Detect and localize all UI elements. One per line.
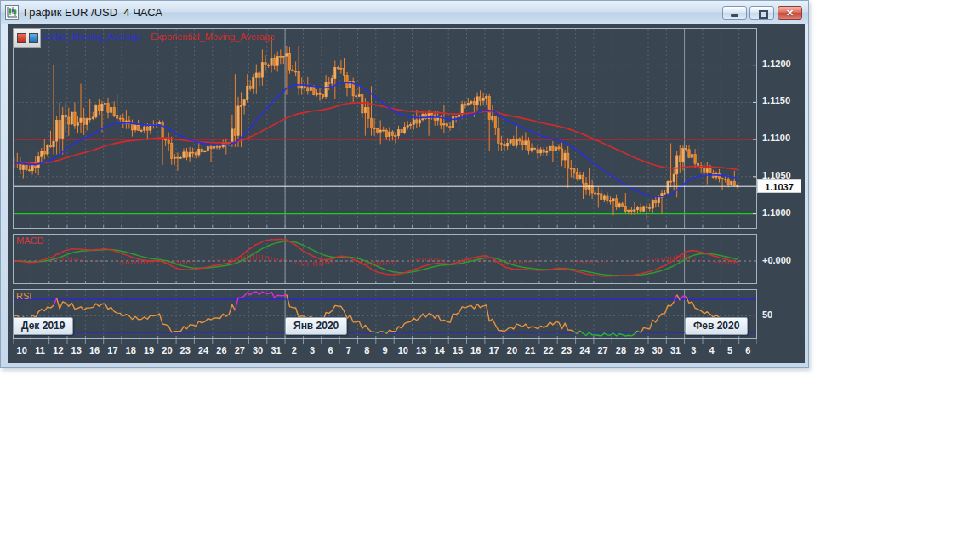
x-axis-label: 30 xyxy=(253,345,263,355)
window-icon xyxy=(5,5,19,20)
x-axis-label: 30 xyxy=(652,345,662,355)
rsi-line xyxy=(235,292,287,310)
x-axis-label: 4 xyxy=(709,345,715,355)
x-axis-label: 10 xyxy=(398,345,408,355)
x-axis-label: 20 xyxy=(162,345,172,355)
price-tick-label: 1.1050 xyxy=(762,170,791,180)
indicator-buttons-box xyxy=(13,28,41,48)
x-axis-label: 26 xyxy=(216,345,226,355)
current-price-label: 1.1037 xyxy=(757,179,801,193)
x-axis-label: 27 xyxy=(235,345,245,355)
indicator-legend: Exponential_Moving_Average Exponential_M… xyxy=(18,31,275,42)
x-axis-label: 11 xyxy=(35,345,45,355)
x-axis-label: 3 xyxy=(310,345,315,355)
x-axis-label: 2 xyxy=(292,345,297,355)
window-title: График EUR /USD 4 ЧАСА xyxy=(24,6,162,19)
minimize-icon xyxy=(731,14,738,17)
x-axis-label: 8 xyxy=(364,345,369,355)
x-axis-label: 23 xyxy=(180,345,191,355)
x-axis-label: 19 xyxy=(144,345,154,355)
price-chart-panel[interactable] xyxy=(13,28,757,229)
x-axis-label: 29 xyxy=(634,345,644,355)
x-axis-label: 10 xyxy=(17,345,27,355)
chart-client-area: Exponential_Moving_Average Exponential_M… xyxy=(8,24,805,363)
price-tick-label: 1.1100 xyxy=(762,133,790,143)
rsi-line xyxy=(386,304,574,334)
price-tick-label: 1.1150 xyxy=(762,95,790,105)
ema-slow-legend-label: Exponential_Moving_Average xyxy=(151,31,275,42)
x-axis-label: 24 xyxy=(198,345,208,355)
x-axis-label: 12 xyxy=(53,345,63,355)
x-axis-label: 16 xyxy=(89,345,100,355)
rsi-level-label: 50 xyxy=(762,310,772,320)
x-axis-label: 17 xyxy=(107,345,117,355)
x-axis-label: 3 xyxy=(691,345,696,355)
x-axis-label: 23 xyxy=(561,345,572,355)
restore-icon xyxy=(759,10,768,19)
x-axis-label: 7 xyxy=(346,345,351,355)
month-box-feb: Фев 2020 xyxy=(685,317,748,335)
x-axis-label: 9 xyxy=(382,345,387,355)
price-tick-label: 1.1200 xyxy=(762,59,791,69)
x-axis-label: 6 xyxy=(745,345,750,355)
close-icon: ✕ xyxy=(778,8,801,19)
titlebar[interactable]: График EUR /USD 4 ЧАСА ✕ xyxy=(1,1,808,24)
macd-plot xyxy=(13,234,757,284)
restore-button[interactable] xyxy=(749,6,774,20)
x-axis-label: 13 xyxy=(71,345,82,355)
time-axis-labels: 1011121316171819202324262730312367891013… xyxy=(13,345,757,359)
macd-label: MACD xyxy=(16,236,43,246)
x-axis-label: 16 xyxy=(470,345,481,355)
x-axis-label: 17 xyxy=(488,345,499,355)
x-axis-label: 21 xyxy=(525,345,535,355)
rsi-line xyxy=(57,298,236,332)
rsi-plot xyxy=(13,289,757,339)
rsi-label: RSI xyxy=(16,291,31,301)
x-axis-label: 13 xyxy=(416,345,426,355)
minimize-button[interactable] xyxy=(722,6,747,20)
x-axis-label: 14 xyxy=(434,345,444,355)
macd-panel[interactable] xyxy=(13,234,757,284)
x-axis-label: 28 xyxy=(616,345,626,355)
candlestick-plot xyxy=(13,28,757,229)
chart-window: График EUR /USD 4 ЧАСА ✕ Exponential_Mov… xyxy=(0,0,809,368)
month-box-jan: Янв 2020 xyxy=(285,317,347,335)
rsi-panel[interactable] xyxy=(13,289,757,339)
indicator-red-button[interactable] xyxy=(17,33,26,43)
x-axis-label: 5 xyxy=(727,345,732,355)
x-axis-label: 18 xyxy=(126,345,136,355)
x-axis-label: 22 xyxy=(543,345,553,355)
time-axis-ticks xyxy=(13,339,757,344)
rsi-line xyxy=(580,331,635,336)
indicator-blue-button[interactable] xyxy=(29,33,38,43)
month-box-dec: Дек 2019 xyxy=(13,317,73,335)
x-axis-label: 31 xyxy=(271,345,281,355)
close-button[interactable]: ✕ xyxy=(778,6,802,20)
rsi-line xyxy=(641,302,674,333)
x-axis-label: 31 xyxy=(670,345,681,355)
price-tick-label: 1.1000 xyxy=(762,207,791,218)
rsi-line xyxy=(674,295,677,302)
x-axis-label: 20 xyxy=(507,345,517,355)
x-axis-label: 15 xyxy=(453,345,463,355)
x-axis-label: 27 xyxy=(597,345,607,355)
macd-line xyxy=(14,240,738,276)
macd-zero-label: +0.000 xyxy=(762,255,791,265)
x-axis-label: 24 xyxy=(579,345,590,355)
x-axis-label: 6 xyxy=(328,345,333,355)
